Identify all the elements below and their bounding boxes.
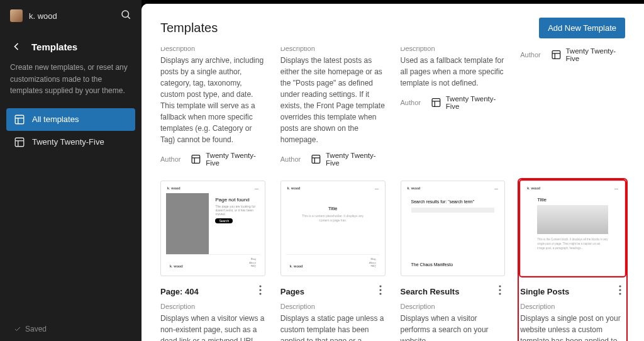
page-title: Templates — [160, 21, 218, 35]
svg-point-32 — [499, 285, 501, 287]
template-preview[interactable]: k. wood⋯Search results for: "search term… — [401, 181, 506, 276]
svg-point-38 — [619, 285, 621, 287]
sidebar-item-all-templates[interactable]: All templates — [6, 108, 135, 131]
description-label: Description — [401, 303, 506, 310]
layout-icon — [191, 154, 201, 165]
svg-point-21 — [259, 289, 261, 291]
card-title: Page: 404 — [160, 287, 199, 296]
svg-point-22 — [259, 293, 261, 294]
author-row: AuthorTwenty Twenty-Five — [160, 152, 265, 167]
svg-rect-17 — [552, 51, 560, 59]
template-card: Description Displays any archive, includ… — [160, 47, 265, 167]
svg-rect-2 — [15, 115, 24, 124]
svg-point-26 — [379, 285, 381, 287]
svg-point-39 — [619, 289, 621, 291]
sidebar-item-label: All templates — [32, 115, 79, 124]
svg-point-20 — [259, 285, 261, 287]
card-title: Search Results — [401, 287, 460, 296]
sidebar-description: Create new templates, or reset any custo… — [10, 62, 131, 97]
card-description: Displays a single post on your website u… — [520, 313, 625, 341]
kebab-icon[interactable] — [495, 284, 505, 299]
svg-point-34 — [499, 293, 501, 294]
main-header: Templates Add New Template — [142, 4, 644, 47]
saved-indicator: Saved — [0, 317, 142, 341]
main-content: Templates Add New Template Description D… — [142, 4, 644, 341]
card-description: Displays when a visitor views a non-exis… — [160, 313, 265, 341]
kebab-icon[interactable] — [615, 284, 625, 299]
svg-rect-8 — [192, 155, 201, 164]
card-description: Used as a fallback template for all page… — [401, 55, 506, 89]
template-card: k. wood⋯Search results for: "search term… — [401, 181, 506, 341]
sidebar-item-theme[interactable]: Twenty Twenty-Five — [6, 131, 135, 154]
description-label: Description — [520, 303, 625, 310]
author-row: AuthorTwenty Twenty-Five — [520, 47, 625, 62]
sidebar: k. wood Templates Create new templates, … — [0, 0, 142, 341]
template-preview[interactable]: k. wood⋯TitleThis is the Content block. … — [520, 181, 625, 276]
author-label: Author — [401, 99, 421, 106]
layout-icon — [14, 137, 25, 148]
template-card: AuthorTwenty Twenty-Five — [520, 47, 625, 167]
theme-chip[interactable]: Twenty Twenty-Five — [311, 152, 385, 167]
template-card: k. wood⋯TitleThis is the Content block. … — [520, 181, 625, 341]
svg-point-27 — [379, 289, 381, 291]
add-new-template-button[interactable]: Add New Template — [539, 18, 625, 38]
svg-rect-11 — [312, 155, 320, 164]
theme-chip[interactable]: Twenty Twenty-Five — [191, 152, 265, 167]
svg-line-1 — [128, 16, 130, 18]
author-label: Author — [160, 155, 180, 163]
card-description: Displays the latest posts as either the … — [280, 55, 386, 145]
avatar — [10, 9, 23, 22]
layout-icon — [14, 114, 25, 125]
card-title: Pages — [280, 287, 304, 296]
template-card: Description Used as a fallback template … — [401, 47, 506, 167]
back-button[interactable]: Templates — [10, 40, 131, 53]
sidebar-nav: All templates Twenty Twenty-Five — [0, 108, 142, 154]
svg-point-0 — [122, 11, 129, 18]
svg-point-28 — [379, 293, 381, 294]
card-description: Displays any archive, including posts by… — [160, 55, 265, 145]
template-grid: Description Displays any archive, includ… — [142, 47, 644, 341]
description-label: Description — [280, 303, 386, 310]
sidebar-header: k. wood — [0, 0, 142, 29]
description-label: Description — [160, 303, 265, 310]
svg-rect-14 — [432, 99, 440, 107]
theme-chip[interactable]: Twenty Twenty-Five — [431, 95, 505, 110]
author-row: AuthorTwenty Twenty-Five — [280, 152, 386, 167]
kebab-icon[interactable] — [255, 284, 265, 299]
template-card: k. wood⋯TitleThis is a content placehold… — [280, 181, 386, 341]
card-title: Single Posts — [520, 287, 569, 296]
layout-icon — [551, 49, 562, 60]
check-icon — [14, 325, 21, 333]
layout-icon — [431, 97, 441, 108]
author-row: AuthorTwenty Twenty-Five — [401, 95, 506, 110]
card-description: Displays when a visitor performs a searc… — [401, 313, 506, 341]
template-preview[interactable]: k. wood⋯TitleThis is a content placehold… — [280, 181, 386, 276]
template-preview[interactable]: k. wood⋯Page not foundThe page you are l… — [160, 181, 265, 276]
author-label: Author — [520, 51, 540, 59]
template-card: Description Displays the latest posts as… — [280, 47, 386, 167]
author-label: Author — [280, 155, 301, 163]
svg-point-40 — [619, 293, 621, 294]
sidebar-item-label: Twenty Twenty-Five — [32, 137, 104, 147]
search-icon[interactable] — [120, 9, 131, 23]
user-block[interactable]: k. wood — [10, 9, 57, 22]
layout-icon — [311, 154, 321, 165]
username: k. wood — [29, 11, 57, 21]
sidebar-title: Templates — [31, 42, 77, 52]
template-card: k. wood⋯Page not foundThe page you are l… — [160, 181, 265, 341]
theme-chip[interactable]: Twenty Twenty-Five — [551, 47, 625, 62]
kebab-icon[interactable] — [375, 284, 386, 299]
svg-point-33 — [499, 289, 501, 291]
svg-rect-5 — [15, 138, 24, 147]
card-description: Displays a static page unless a custom t… — [280, 313, 386, 341]
